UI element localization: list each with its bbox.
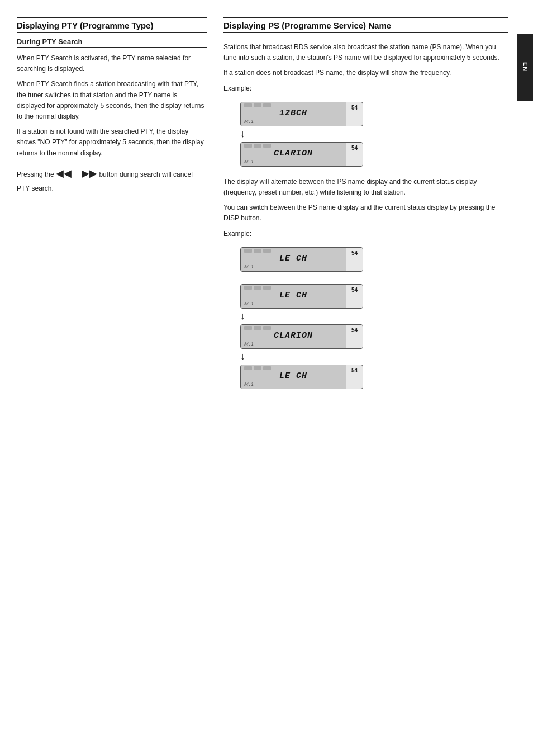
left-sub-title: During PTY Search — [17, 37, 207, 46]
lcd-seg-row-6 — [244, 366, 342, 370]
seg-block — [254, 326, 261, 330]
media-icons: ◀◀ ▶▶ — [56, 166, 97, 182]
lcd-main-clarion-2: CLARION M.1 — [241, 325, 346, 348]
section-tab: EN — [517, 34, 533, 101]
lcd-sub-12bch: M.1 — [244, 119, 342, 124]
arrow-down-1: ↓ — [240, 129, 245, 140]
lcd-display-lech-1: LE CH M.1 54 — [240, 247, 363, 272]
seg-block — [263, 249, 271, 253]
lcd-badge-lech-2: 54 — [346, 285, 363, 308]
lcd-badge-clarion-1: 54 — [346, 143, 363, 166]
left-para-3: If a station is not found with the searc… — [17, 126, 207, 159]
seg-block — [244, 286, 252, 290]
lcd-seg-row-2 — [244, 144, 342, 148]
lcd-main-lech-3: LE CH M.1 — [241, 365, 346, 389]
lcd-seg-row — [244, 103, 342, 107]
seg-block — [263, 326, 271, 330]
lcd-text-12bch: 12BCH — [244, 108, 342, 118]
seg-block — [244, 326, 252, 330]
lcd-main-clarion-1: CLARION M.1 — [241, 143, 346, 166]
seg-block — [244, 366, 252, 370]
left-column: Displaying PTY (Programme Type) During P… — [17, 17, 207, 199]
arrow-down-3: ↓ — [240, 351, 245, 362]
lcd-sub-clarion-2: M.1 — [244, 341, 342, 347]
lcd-main-12bch: 12BCH M.1 — [241, 102, 346, 126]
display-group-1: 12BCH M.1 54 ↓ CLARION M.1 54 — [240, 100, 508, 169]
lcd-text-lech-2: LE CH — [244, 291, 342, 300]
seg-block — [254, 144, 261, 148]
left-section-title-bar: Displaying PTY (Programme Type) — [17, 17, 207, 33]
lcd-seg-row-4 — [244, 286, 342, 290]
lcd-display-clarion-1: CLARION M.1 54 — [240, 142, 363, 167]
arrow-down-2: ↓ — [240, 311, 245, 322]
seg-block — [254, 249, 261, 253]
lcd-text-lech-1: LE CH — [244, 254, 342, 263]
seg-block — [263, 286, 271, 290]
seg-block — [254, 103, 261, 107]
right-para-1: Stations that broadcast RDS service also… — [223, 42, 508, 63]
right-para-4: You can switch between the PS name displ… — [223, 202, 508, 224]
tab-label: EN — [522, 62, 529, 72]
seg-block — [244, 103, 252, 107]
left-section-title: Displaying PTY (Programme Type) — [17, 21, 207, 30]
seg-block — [263, 144, 271, 148]
lcd-sub-lech-3: M.1 — [244, 381, 342, 387]
seg-block — [244, 249, 252, 253]
lcd-main-lech-1: LE CH M.1 — [241, 248, 346, 271]
right-para-3: The display will alternate between the P… — [223, 177, 508, 198]
right-para-example-1: Example: — [223, 83, 508, 94]
rewind-icon: ◀◀ — [56, 166, 72, 182]
lcd-main-lech-2: LE CH M.1 — [241, 285, 346, 308]
left-para-2: When PTY Search finds a station broadcas… — [17, 79, 207, 122]
lcd-badge-12bch: 54 — [346, 102, 363, 126]
left-sub-title-bar: During PTY Search — [17, 36, 207, 48]
seg-block — [263, 103, 271, 107]
right-section-title: Displaying PS (Programme Service) Name — [223, 21, 508, 30]
lcd-badge-clarion-2: 54 — [346, 325, 363, 348]
lcd-display-lech-3: LE CH M.1 54 — [240, 365, 363, 389]
ff-icon: ▶▶ — [82, 166, 97, 182]
lcd-sub-lech-2: M.1 — [244, 301, 342, 306]
display-group-2: LE CH M.1 54 LE CH M.1 54 ↓ — [240, 245, 508, 391]
lcd-seg-row-5 — [244, 326, 342, 330]
lcd-text-clarion-2: CLARION — [244, 331, 342, 341]
seg-block — [244, 144, 252, 148]
lcd-badge-lech-1: 54 — [346, 248, 363, 271]
lcd-sub-lech-1: M.1 — [244, 264, 342, 270]
seg-block — [263, 366, 271, 370]
right-section-title-bar: Displaying PS (Programme Service) Name — [223, 17, 508, 33]
right-para-example-2: Example: — [223, 229, 508, 239]
seg-block — [254, 366, 261, 370]
lcd-display-lech-2: LE CH M.1 54 — [240, 284, 363, 309]
lcd-display-12bch: 12BCH M.1 54 — [240, 102, 363, 126]
lcd-text-lech-3: LE CH — [244, 371, 342, 381]
lcd-text-clarion-1: CLARION — [244, 149, 342, 158]
left-para-1: When PTY Search is activated, the PTY na… — [17, 53, 207, 74]
seg-block — [254, 286, 261, 290]
lcd-sub-clarion-1: M.1 — [244, 159, 342, 164]
right-para-2: If a station does not broadcast PS name,… — [223, 68, 508, 78]
lcd-seg-row-3 — [244, 249, 342, 253]
lcd-display-clarion-2: CLARION M.1 54 — [240, 324, 363, 349]
left-para-4: Pressing the ◀◀ ▶▶ button during search … — [17, 163, 207, 195]
right-column: Displaying PS (Programme Service) Name S… — [223, 17, 508, 399]
lcd-badge-lech-3: 54 — [346, 365, 363, 389]
